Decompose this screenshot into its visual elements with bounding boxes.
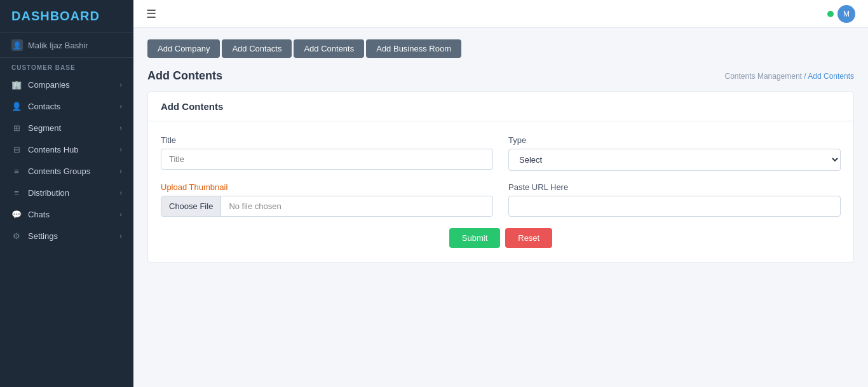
form-card-body: Title Type Select Video Image Document L… [148,121,853,262]
chevron-icon-segment: › [119,124,122,132]
companies-icon: 🏢 [11,79,22,90]
sidebar-section-label: CUSTOMER BASE [0,58,133,74]
form-row-upload-url: Upload Thumbnail Choose File No file cho… [161,182,841,217]
sidebar-label-settings: Settings [28,231,58,241]
sidebar-item-contents-groups[interactable]: ≡ Contents Groups › [0,160,133,182]
form-group-title: Title [161,135,493,171]
paste-url-input[interactable] [508,196,841,217]
form-group-type: Type Select Video Image Document Link [508,135,841,171]
sidebar-label-segment: Segment [28,123,61,133]
reset-button[interactable]: Reset [505,228,552,248]
sidebar-label-contacts: Contacts [28,102,60,111]
status-dot-icon [827,11,834,17]
tab-add-contents[interactable]: Add Contents [294,39,364,58]
brand-logo: DASHBOARD [0,0,133,33]
chevron-icon-settings: › [119,232,122,240]
tab-add-business-room[interactable]: Add Business Room [366,39,461,58]
page-title-row: Add Contents Contents Management / Add C… [147,69,854,83]
main-area: ☰ M Add Company Add Contacts Add Content… [133,0,868,387]
type-select[interactable]: Select Video Image Document Link [508,149,841,171]
submit-button[interactable]: Submit [449,228,500,248]
content-area: Add Company Add Contacts Add Contents Ad… [133,28,868,274]
chevron-icon-distribution: › [119,189,122,196]
breadcrumb-parent[interactable]: Contents Management [725,72,802,81]
distribution-icon: ≡ [11,187,22,198]
no-file-text: No file chosen [221,196,288,216]
sidebar-label-chats: Chats [28,210,50,219]
contents-hub-icon: ⊟ [11,144,22,154]
sidebar-user: 👤 Malik Ijaz Bashir [0,33,133,58]
chevron-icon-contacts: › [119,102,122,110]
chats-icon: 💬 [11,209,22,219]
form-card-title: Add Contents [148,92,853,121]
title-input[interactable] [161,149,493,170]
contacts-icon: 👤 [11,101,22,111]
sidebar-item-companies[interactable]: 🏢 Companies › [0,74,133,95]
segment-icon: ⊞ [11,123,22,133]
upload-label: Upload Thumbnail [161,182,493,192]
user-icon: 👤 [11,39,23,51]
sidebar-label-contents-hub: Contents Hub [28,145,79,154]
breadcrumb: Contents Management / Add Contents [725,72,854,81]
type-label: Type [508,135,841,145]
avatar: M [837,5,855,23]
settings-icon: ⚙ [11,231,22,241]
title-label: Title [161,135,493,145]
breadcrumb-current: Add Contents [808,72,854,81]
tab-add-contacts[interactable]: Add Contacts [222,39,292,58]
tab-add-company[interactable]: Add Company [147,39,220,58]
page-title: Add Contents [147,69,222,83]
form-row-title-type: Title Type Select Video Image Document L… [161,135,841,171]
form-group-upload: Upload Thumbnail Choose File No file cho… [161,182,493,217]
file-input-wrapper: Choose File No file chosen [161,196,493,217]
sidebar-item-settings[interactable]: ⚙ Settings › [0,225,133,247]
sidebar: DASHBOARD 👤 Malik Ijaz Bashir CUSTOMER B… [0,0,133,387]
topbar: ☰ M [133,0,868,28]
chevron-icon-contents-groups: › [119,167,122,175]
form-card: Add Contents Title Type Select Video Ima… [147,92,854,262]
hamburger-menu-button[interactable]: ☰ [146,7,156,21]
chevron-icon: › [119,81,122,88]
sidebar-label-contents-groups: Contents Groups [28,166,90,176]
sidebar-item-distribution[interactable]: ≡ Distribution › [0,182,133,203]
tab-bar: Add Company Add Contacts Add Contents Ad… [147,39,854,58]
sidebar-username: Malik Ijaz Bashir [28,41,88,50]
sidebar-item-contacts[interactable]: 👤 Contacts › [0,95,133,117]
form-group-paste-url: Paste URL Here [508,182,841,217]
sidebar-item-chats[interactable]: 💬 Chats › [0,203,133,225]
chevron-icon-chats: › [119,210,122,218]
paste-url-label: Paste URL Here [508,182,841,192]
sidebar-label-companies: Companies [28,80,70,90]
form-actions: Submit Reset [161,228,841,248]
sidebar-label-distribution: Distribution [28,188,69,198]
chevron-icon-contents-hub: › [119,146,122,153]
sidebar-item-contents-hub[interactable]: ⊟ Contents Hub › [0,139,133,160]
sidebar-item-segment[interactable]: ⊞ Segment › [0,117,133,139]
choose-file-button[interactable]: Choose File [161,196,221,216]
contents-groups-icon: ≡ [11,166,22,176]
